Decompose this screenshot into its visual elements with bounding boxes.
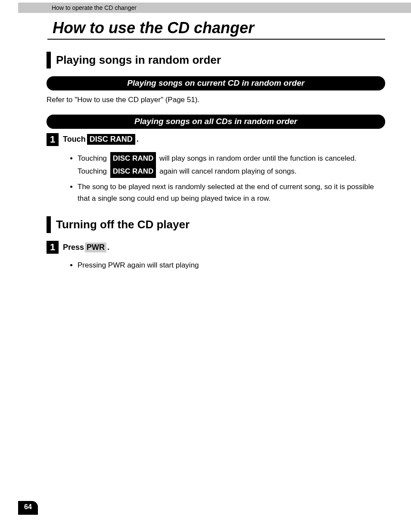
pwr-button-label: PWR — [85, 243, 106, 252]
header-breadcrumb-bar: How to operate the CD changer — [18, 3, 411, 13]
disc-rand-button-label: DISC RAND — [110, 165, 156, 178]
refer-text: Refer to "How to use the CD player" (Pag… — [47, 95, 385, 105]
list-item: The song to be played next is randomly s… — [78, 181, 385, 204]
page-number-tab: 64 — [18, 501, 38, 515]
step-row-touch-disc-rand: 1 Touch DISC RAND . — [47, 133, 385, 146]
bullet-list-random: Touching DISC RAND will play songs in ra… — [47, 152, 385, 204]
section-heading-random: Playing songs in random order — [47, 52, 385, 68]
pill-current-cd: Playing songs on current CD in random or… — [47, 76, 385, 90]
step-row-press-pwr: 1 Press PWR . — [47, 241, 385, 254]
disc-rand-button-label: DISC RAND — [110, 152, 156, 165]
disc-rand-button-label: DISC RAND — [87, 134, 135, 145]
list-item: Touching DISC RAND will play songs in ra… — [78, 152, 385, 178]
page-title: How to use the CD changer — [53, 19, 385, 37]
step-pre-text: Touch — [63, 135, 86, 144]
step-post-text: . — [137, 135, 139, 144]
bullet-post: again will cancel random playing of song… — [157, 167, 296, 175]
bullet-text: The song to be played next is randomly s… — [78, 183, 374, 202]
title-underline — [47, 39, 385, 40]
step-post-text: . — [107, 243, 109, 252]
list-item: Pressing PWR again will start playing — [78, 260, 385, 271]
pill-all-cds: Playing songs on all CDs in random order — [47, 115, 385, 129]
section-heading-turnoff: Turning off the CD player — [47, 216, 385, 233]
bullet-text: Pressing PWR again will start playing — [78, 261, 199, 269]
step-pre-text: Press — [63, 243, 84, 252]
bullet-list-turnoff: Pressing PWR again will start playing — [47, 260, 385, 271]
bullet-pre: Touching — [78, 154, 109, 162]
breadcrumb-text: How to operate the CD changer — [52, 4, 137, 11]
step-number-badge: 1 — [47, 133, 59, 146]
step-number-badge: 1 — [47, 241, 59, 254]
